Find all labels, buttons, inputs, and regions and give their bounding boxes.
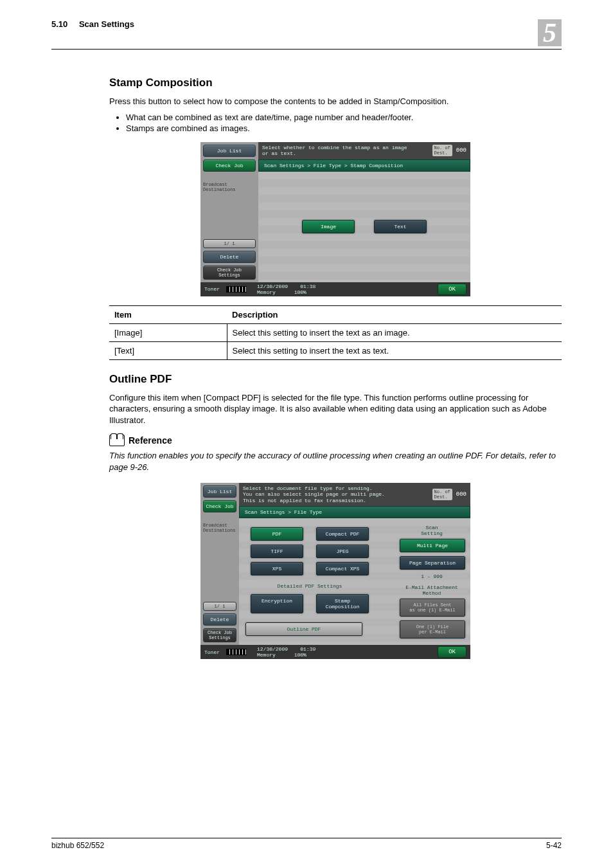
reference-body: This function enables you to specify the…	[109, 450, 562, 473]
section-title: Scan Settings	[79, 19, 134, 29]
multi-page-button[interactable]: Multi Page	[400, 539, 465, 552]
th-description: Description	[227, 305, 562, 323]
scan-setting-label: Scan Setting	[400, 525, 464, 536]
check-job-settings-button[interactable]: Check Job Settings	[203, 266, 256, 280]
dest-count-value: 000	[456, 491, 466, 498]
dest-count-label: No. of Dest.	[432, 489, 452, 500]
outline-pdf-button[interactable]: Outline PDF	[245, 622, 362, 636]
table-row: [Image] Select this setting to insert th…	[109, 323, 562, 341]
toner-meter-icon	[226, 286, 247, 293]
reference-label: Reference	[129, 435, 172, 446]
footer-page-number: 5-42	[546, 841, 562, 850]
td-item: [Text]	[109, 341, 227, 359]
tiff-button[interactable]: TIFF	[251, 545, 303, 558]
td-desc: Select this setting to insert the text a…	[227, 323, 562, 341]
pdf-button[interactable]: PDF	[251, 527, 303, 541]
compact-xps-button[interactable]: Compact XPS	[316, 562, 369, 575]
memory-value: 100%	[294, 652, 306, 658]
stamp-intro-text: Press this button to select how to compo…	[109, 96, 562, 107]
item-description-table: Item Description [Image] Select this set…	[109, 305, 562, 360]
bullet-item: What can be combined as text are date/ti…	[126, 113, 562, 122]
page-separation-button[interactable]: Page Separation	[400, 556, 465, 570]
td-desc: Select this setting to insert the text a…	[227, 341, 562, 359]
heading-outline-pdf: Outline PDF	[109, 373, 562, 386]
image-option-button[interactable]: Image	[302, 220, 355, 233]
heading-stamp-composition: Stamp Composition	[109, 77, 562, 89]
ok-button[interactable]: OK	[438, 646, 466, 658]
hint-text: Select the document file type for sendin…	[243, 485, 385, 504]
check-job-button[interactable]: Check Job	[203, 159, 256, 172]
dest-count-label: No. of Dest.	[432, 145, 452, 156]
stamp-bullet-list: What can be combined as text are date/ti…	[109, 113, 562, 133]
jpeg-button[interactable]: JPEG	[316, 545, 369, 558]
page-header: 5.10 Scan Settings 5	[51, 0, 562, 50]
broadcast-destinations-label: Broadcast Destinations	[203, 181, 256, 194]
th-item: Item	[109, 305, 227, 323]
dest-count-value: 000	[456, 147, 466, 154]
breadcrumb: Scan Settings > File Type	[239, 506, 470, 518]
page-footer: bizhub 652/552 5-42	[51, 838, 562, 850]
check-job-settings-button[interactable]: Check Job Settings	[203, 628, 236, 642]
broadcast-destinations-label: Broadcast Destinations	[203, 521, 236, 534]
job-list-button[interactable]: Job List	[203, 485, 236, 498]
delete-button[interactable]: Delete	[203, 613, 236, 626]
memory-value: 100%	[294, 289, 306, 295]
stamp-composition-button[interactable]: Stamp Composition	[316, 594, 369, 613]
mfp-panel-file-type: Job List Check Job Broadcast Destination…	[200, 483, 470, 660]
memory-label: Memory	[257, 652, 276, 658]
chapter-number: 5	[538, 19, 562, 46]
reference-icon	[109, 435, 125, 446]
paging-indicator: 1/ 1	[203, 239, 256, 248]
email-attachment-method-label: E-Mail Attachment Method	[400, 584, 464, 596]
outline-pdf-text: Configure this item when [Compact PDF] i…	[109, 392, 562, 426]
page-range-value: 1 - 999	[400, 574, 464, 579]
all-files-one-email-button[interactable]: All Files Sent as one (1) E-Mail	[400, 599, 465, 617]
td-item: [Image]	[109, 323, 227, 341]
xps-button[interactable]: XPS	[251, 562, 303, 575]
table-row: [Text] Select this setting to insert the…	[109, 341, 562, 359]
footer-time: 01:39	[300, 646, 315, 652]
job-list-button[interactable]: Job List	[203, 145, 256, 157]
footer-model: bizhub 652/552	[51, 841, 104, 850]
ok-button[interactable]: OK	[438, 284, 466, 295]
encryption-button[interactable]: Encryption	[251, 594, 303, 613]
breadcrumb: Scan Settings > File Type > Stamp Compos…	[258, 159, 470, 172]
memory-label: Memory	[257, 289, 276, 295]
toner-meter-icon	[226, 649, 247, 655]
section-number: 5.10	[51, 19, 67, 29]
check-job-button[interactable]: Check Job	[203, 500, 236, 512]
hint-text: Select whether to combine the stamp as a…	[262, 145, 410, 157]
text-option-button[interactable]: Text	[374, 220, 427, 233]
detailed-pdf-settings-label: Detailed PDF Settings	[245, 582, 374, 590]
toner-label: Toner	[204, 649, 220, 655]
mfp-panel-stamp-composition: Job List Check Job Broadcast Destination…	[200, 142, 470, 296]
paging-indicator: 1/ 1	[203, 602, 236, 611]
one-file-per-email-button[interactable]: One (1) File per E-Mail	[400, 620, 465, 638]
footer-date: 12/30/2009	[257, 284, 288, 289]
compact-pdf-button[interactable]: Compact PDF	[316, 527, 369, 541]
footer-date: 12/30/2009	[257, 646, 288, 652]
delete-button[interactable]: Delete	[203, 251, 256, 263]
toner-label: Toner	[204, 286, 220, 292]
footer-time: 01:38	[300, 284, 315, 289]
bullet-item: Stamps are combined as images.	[126, 123, 562, 133]
